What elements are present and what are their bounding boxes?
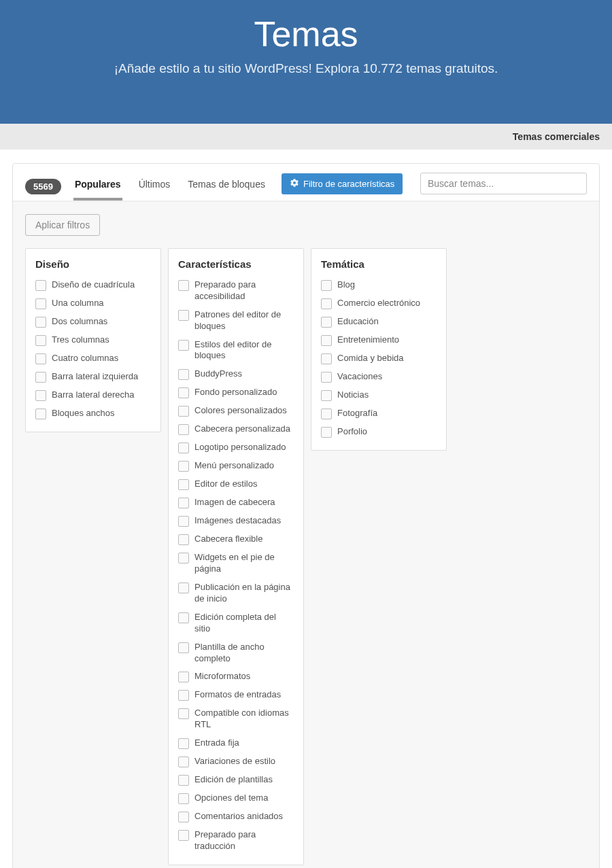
checkbox-icon[interactable] — [35, 335, 46, 346]
checkbox-icon[interactable] — [178, 642, 189, 653]
checkbox-icon[interactable] — [178, 793, 189, 804]
filter-option[interactable]: Fotografía — [321, 408, 437, 419]
checkbox-icon[interactable] — [178, 461, 189, 472]
filter-option[interactable]: Menú personalizado — [178, 460, 294, 472]
checkbox-icon[interactable] — [178, 757, 189, 767]
filter-option[interactable]: Porfolio — [321, 426, 437, 438]
filter-option[interactable]: Cabecera flexible — [178, 534, 294, 545]
checkbox-icon[interactable] — [178, 280, 189, 291]
checkbox-icon[interactable] — [178, 479, 189, 490]
filter-option[interactable]: Imágenes destacadas — [178, 515, 294, 527]
filter-option[interactable]: Dos columnas — [35, 316, 151, 328]
filter-option-label: Comentarios anidados — [194, 811, 283, 822]
filter-option[interactable]: Patrones del editor de bloques — [178, 309, 294, 332]
tab-popular[interactable]: Populares — [73, 172, 122, 201]
filter-option-label: Colores personalizados — [194, 405, 287, 417]
tab-block-themes[interactable]: Temas de bloques — [186, 172, 267, 201]
filter-option[interactable]: Entretenimiento — [321, 334, 437, 346]
checkbox-icon[interactable] — [321, 335, 332, 346]
search-input[interactable] — [420, 173, 587, 194]
filter-option[interactable]: Blog — [321, 279, 437, 291]
filter-option[interactable]: Preparado para accesibilidad — [178, 279, 294, 302]
filter-option[interactable]: Fondo personalizado — [178, 387, 294, 398]
checkbox-icon[interactable] — [35, 390, 46, 401]
filter-option[interactable]: Comercio electrónico — [321, 298, 437, 309]
checkbox-icon[interactable] — [178, 310, 189, 321]
filter-option[interactable]: Opciones del tema — [178, 793, 294, 804]
filter-option-label: Cuatro columnas — [52, 353, 118, 364]
checkbox-icon[interactable] — [178, 424, 189, 435]
filter-option[interactable]: Edición de plantillas — [178, 774, 294, 786]
filter-option[interactable]: Variaciones de estilo — [178, 756, 294, 767]
apply-filters-button[interactable]: Aplicar filtros — [25, 214, 100, 236]
filter-option[interactable]: Una columna — [35, 298, 151, 309]
checkbox-icon[interactable] — [178, 534, 189, 545]
checkbox-icon[interactable] — [35, 372, 46, 383]
checkbox-icon[interactable] — [35, 298, 46, 309]
checkbox-icon[interactable] — [178, 498, 189, 508]
checkbox-icon[interactable] — [35, 409, 46, 419]
checkbox-icon[interactable] — [321, 390, 332, 401]
filter-option[interactable]: BuddyPress — [178, 368, 294, 380]
checkbox-icon[interactable] — [178, 387, 189, 398]
filter-option[interactable]: Colores personalizados — [178, 405, 294, 417]
checkbox-icon[interactable] — [178, 516, 189, 527]
filter-option[interactable]: Edición completa del sitio — [178, 612, 294, 635]
checkbox-icon[interactable] — [321, 353, 332, 364]
checkbox-icon[interactable] — [321, 427, 332, 438]
checkbox-icon[interactable] — [178, 442, 189, 453]
filter-option[interactable]: Preparado para traducción — [178, 829, 294, 852]
checkbox-icon[interactable] — [178, 583, 189, 593]
checkbox-icon[interactable] — [178, 830, 189, 841]
filter-option[interactable]: Editor de estilos — [178, 479, 294, 490]
checkbox-icon[interactable] — [178, 612, 189, 623]
tab-latest[interactable]: Últimos — [137, 172, 172, 201]
filter-option[interactable]: Diseño de cuadrícula — [35, 279, 151, 291]
checkbox-icon[interactable] — [178, 369, 189, 380]
feature-filter-button[interactable]: Filtro de características — [282, 173, 403, 194]
checkbox-icon[interactable] — [178, 406, 189, 417]
checkbox-icon[interactable] — [35, 280, 46, 291]
commercial-themes-link[interactable]: Temas comerciales — [513, 131, 600, 142]
filter-option[interactable]: Estilos del editor de bloques — [178, 339, 294, 362]
filter-option[interactable]: Compatible con idiomas RTL — [178, 708, 294, 731]
checkbox-icon[interactable] — [178, 738, 189, 749]
checkbox-icon[interactable] — [35, 317, 46, 328]
checkbox-icon[interactable] — [321, 280, 332, 291]
filter-option-label: Edición de plantillas — [194, 774, 273, 786]
filter-option[interactable]: Tres columnas — [35, 334, 151, 346]
filter-option[interactable]: Noticias — [321, 389, 437, 401]
filter-option[interactable]: Barra lateral derecha — [35, 389, 151, 401]
filter-option[interactable]: Widgets en el pie de página — [178, 552, 294, 575]
checkbox-icon[interactable] — [178, 340, 189, 351]
filter-columns: DiseñoDiseño de cuadrículaUna columnaDos… — [25, 248, 587, 865]
filter-option[interactable]: Entrada fija — [178, 737, 294, 749]
filter-option[interactable]: Publicación en la página de inicio — [178, 582, 294, 605]
checkbox-icon[interactable] — [321, 317, 332, 328]
filter-option[interactable]: Plantilla de ancho completo — [178, 642, 294, 665]
checkbox-icon[interactable] — [321, 409, 332, 419]
filter-option[interactable]: Cuatro columnas — [35, 353, 151, 364]
checkbox-icon[interactable] — [178, 690, 189, 701]
checkbox-icon[interactable] — [178, 672, 189, 682]
page-title: Temas — [14, 14, 598, 54]
filter-option[interactable]: Vacaciones — [321, 371, 437, 383]
filter-option[interactable]: Formatos de entradas — [178, 689, 294, 701]
checkbox-icon[interactable] — [178, 708, 189, 719]
filter-option[interactable]: Bloques anchos — [35, 408, 151, 419]
filter-option[interactable]: Barra lateral izquierda — [35, 371, 151, 383]
checkbox-icon[interactable] — [178, 553, 189, 563]
checkbox-icon[interactable] — [178, 812, 189, 822]
filter-option[interactable]: Educación — [321, 316, 437, 328]
filter-option[interactable]: Cabecera personalizada — [178, 423, 294, 435]
checkbox-icon[interactable] — [35, 353, 46, 364]
checkbox-icon[interactable] — [178, 775, 189, 786]
filter-option[interactable]: Imagen de cabecera — [178, 497, 294, 508]
filter-option[interactable]: Comida y bebida — [321, 353, 437, 364]
checkbox-icon[interactable] — [321, 372, 332, 383]
filter-option-label: Tres columnas — [52, 334, 109, 346]
checkbox-icon[interactable] — [321, 298, 332, 309]
filter-option[interactable]: Comentarios anidados — [178, 811, 294, 822]
filter-option[interactable]: Microformatos — [178, 671, 294, 682]
filter-option[interactable]: Logotipo personalizado — [178, 442, 294, 453]
